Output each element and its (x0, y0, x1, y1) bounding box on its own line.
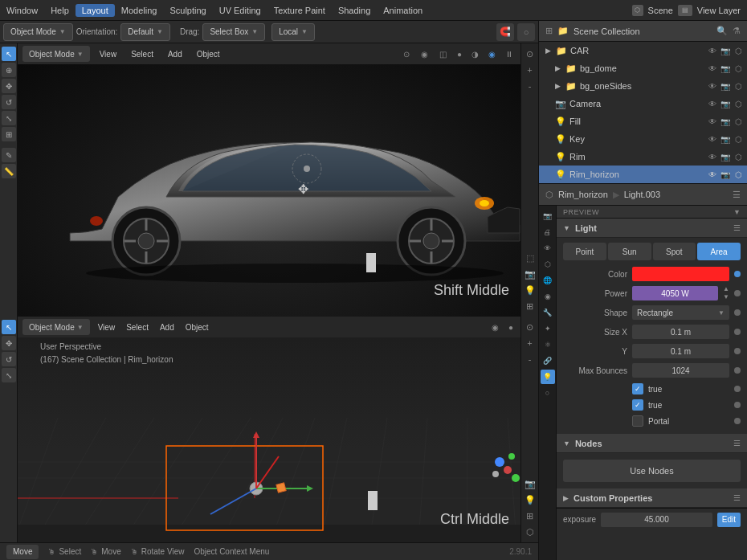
render-rim[interactable]: ⬡ (733, 151, 744, 162)
tool-move-bottom[interactable]: ✥ (2, 336, 16, 350)
tool-measure[interactable]: 📏 (2, 164, 16, 178)
props-icon-modifier[interactable]: 🔧 (541, 305, 555, 320)
props-icon-view[interactable]: 👁 (541, 241, 555, 255)
portal-checkbox[interactable] (632, 415, 643, 427)
nodes-section-header[interactable]: ▼ Nodes ☰ (557, 434, 747, 453)
eye-bgdome[interactable]: 👁 (707, 63, 718, 74)
gizmo-camera[interactable]: 📷 (523, 267, 537, 281)
move-status[interactable]: 🖱 Move (91, 547, 120, 556)
props-icon-scene[interactable]: ⬡ (541, 257, 555, 272)
power-value[interactable]: 4050 W (632, 286, 718, 300)
select-status[interactable]: 🖱 Select (48, 547, 81, 556)
context-menu-status[interactable]: Object Context Menu (194, 547, 269, 556)
tool-select-bottom[interactable]: ↖ (2, 320, 16, 334)
viewport-object-b[interactable]: Object (182, 323, 212, 332)
menu-uv-editing[interactable]: UV Editing (213, 4, 267, 17)
viewport-xray-toggle[interactable]: ◫ (436, 50, 450, 59)
props-icon-world[interactable]: 🌐 (541, 273, 555, 288)
viewport-view-b[interactable]: View (95, 323, 119, 332)
eye-car[interactable]: 👁 (707, 45, 718, 56)
gizmo-light-b[interactable]: 💡 (523, 493, 537, 507)
gizmo-orbit[interactable]: ⊙ (523, 47, 537, 61)
tree-row-bgdome[interactable]: ▶ 📁 bg_dome 👁 📷 ⬡ (539, 59, 747, 77)
tree-row-car[interactable]: ▶ 📁 CAR 👁 📷 ⬡ (539, 42, 747, 59)
power-dot[interactable] (734, 290, 741, 296)
tree-row-fill[interactable]: 💡 Fill 👁 📷 ⬡ (539, 112, 747, 130)
filter-icon-right[interactable]: ⚗ (733, 26, 741, 36)
gizmo-grid[interactable]: ⊞ (523, 299, 537, 313)
gizmo-light[interactable]: 💡 (523, 283, 537, 297)
tree-row-key[interactable]: 💡 Key 👁 📷 ⬡ (539, 130, 747, 148)
props-icon-physics[interactable]: ⚛ (541, 337, 555, 352)
eye-fill[interactable]: 👁 (707, 116, 718, 127)
portal-dot[interactable] (734, 418, 741, 424)
eye-camera[interactable]: 👁 (707, 98, 718, 109)
viewport-view-menu[interactable]: View (95, 46, 122, 62)
light-section-header[interactable]: ▼ Light ☰ (557, 219, 747, 238)
props-icon-constraints[interactable]: 🔗 (541, 354, 555, 368)
object-mode-btn[interactable]: Object Mode ▼ (22, 46, 90, 62)
gizmo-grid-b[interactable]: ⊞ (523, 509, 537, 523)
viewport-object-menu[interactable]: Object (192, 46, 225, 62)
light-tab-spot[interactable]: Spot (653, 243, 696, 260)
viewport-select-menu[interactable]: Select (126, 46, 158, 62)
camera-rim-horizon[interactable]: 📷 (720, 169, 731, 180)
gizmo-local[interactable]: ⬚ (523, 251, 537, 265)
render-fill[interactable]: ⬡ (733, 116, 744, 127)
tool-rotate-bottom[interactable]: ↺ (2, 352, 16, 366)
custom-props-header[interactable]: ▶ Custom Properties ☰ (557, 488, 747, 508)
exposure-value[interactable]: 45.000 (601, 513, 712, 527)
gizmo-orbit-b[interactable]: ⊙ (523, 320, 537, 334)
render-bgdome[interactable]: ⬡ (733, 63, 744, 74)
sizey-dot[interactable] (734, 348, 741, 354)
tool-annotate[interactable]: ✎ (2, 148, 16, 162)
eye-rim-horizon[interactable]: 👁 (707, 169, 718, 180)
tool-cursor[interactable]: ⊕ (2, 63, 16, 77)
props-icon-object[interactable]: ◉ (541, 289, 555, 304)
filter-icon[interactable]: ⊞ (545, 26, 553, 36)
exposure-edit-btn[interactable]: Edit (717, 513, 741, 527)
menu-help[interactable]: Help (44, 4, 76, 17)
viewport-shading-rendered[interactable]: ◉ (486, 50, 498, 59)
tree-row-rim[interactable]: 💡 Rim 👁 📷 ⬡ (539, 148, 747, 166)
tree-row-bgonesides[interactable]: ▶ 📁 bg_oneSides 👁 📷 ⬡ (539, 77, 747, 95)
nodes-section-menu[interactable]: ☰ (733, 439, 741, 448)
snap-toggle[interactable]: 🧲 (496, 23, 514, 41)
props-icon-material[interactable]: ○ (541, 386, 555, 400)
eye-key[interactable]: 👁 (707, 133, 718, 145)
sizex-value[interactable]: 0.1 m (632, 325, 729, 339)
props-icon-output[interactable]: 🖨 (541, 225, 555, 239)
layer-name[interactable]: View Layer (697, 6, 741, 15)
props-icon-render[interactable]: 📷 (541, 209, 555, 223)
sizey-value[interactable]: 0.1 m (632, 344, 729, 358)
render-key[interactable]: ⬡ (733, 133, 744, 145)
render-car[interactable]: ⬡ (733, 45, 744, 56)
camera-bgonesides[interactable]: 📷 (720, 80, 731, 92)
viewport-add-menu[interactable]: Add (163, 46, 187, 62)
gizmo-meta-b[interactable]: ⬡ (523, 525, 537, 539)
tool-move[interactable]: ✥ (2, 79, 16, 93)
preview-collapse[interactable]: ▼ (733, 208, 741, 216)
tool-scale[interactable]: ⤡ (2, 111, 16, 125)
tool-scale-bottom[interactable]: ⤡ (2, 368, 16, 382)
multiimportance-dot[interactable] (734, 402, 741, 408)
drag-dropdown[interactable]: Select Box ▼ (202, 23, 265, 41)
shape-dot[interactable] (734, 309, 741, 316)
menu-window[interactable]: Window (0, 4, 44, 17)
menu-layout[interactable]: Layout (76, 4, 115, 17)
color-dot[interactable] (734, 271, 741, 277)
props-icon-bar-toggle[interactable]: ⬡ (545, 190, 553, 200)
viewport-overlay-b[interactable]: ◉ (489, 323, 501, 332)
viewport-overlay-toggle[interactable]: ◉ (418, 50, 431, 59)
viewport-shading-b[interactable]: ● (506, 323, 516, 332)
tree-row-camera[interactable]: 📷 Camera 👁 📷 ⬡ (539, 95, 747, 112)
viewport-shading-material[interactable]: ◑ (469, 50, 481, 59)
search-icon[interactable]: 🔍 (716, 26, 728, 36)
camera-fill[interactable]: 📷 (720, 116, 731, 127)
gizmo-zoom-out[interactable]: - (523, 79, 537, 93)
object-mode-btn-b[interactable]: Object Mode ▼ (22, 319, 90, 335)
viewport-gizmo-toggle[interactable]: ⊙ (400, 50, 413, 59)
proportional-toggle[interactable]: ○ (517, 23, 535, 41)
menu-shading[interactable]: Shading (332, 4, 377, 17)
orientation-dropdown[interactable]: Default ▼ (120, 23, 170, 41)
